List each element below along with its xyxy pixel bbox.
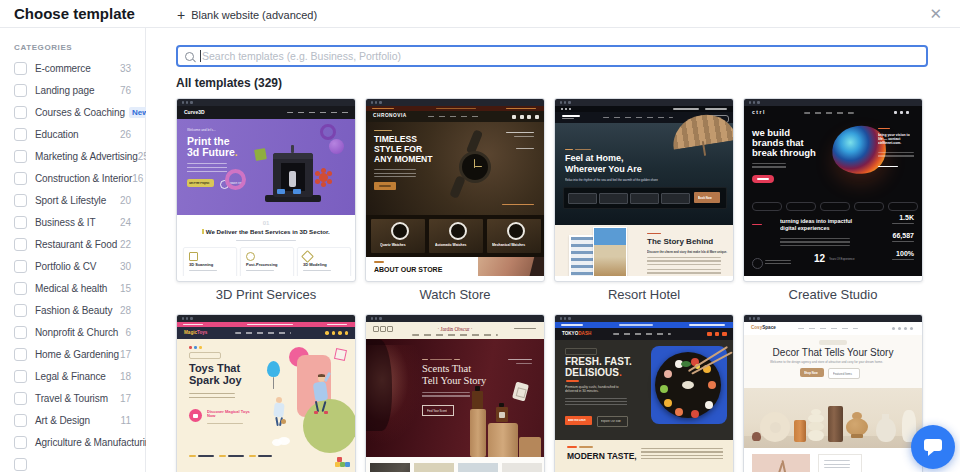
checkbox[interactable] [14,326,27,339]
mini-label-pill [565,348,597,355]
checkbox[interactable] [14,216,27,229]
category-card: Quartz Watches [371,219,425,253]
sidebar-item-business-it[interactable]: Business & IT24 [14,211,131,233]
template-card-watch-store[interactable]: CHRONOVIA TIMELESS STYLE FOR ANY MOMENT [365,98,545,302]
mini-photo [744,388,922,448]
teddy-shape [281,419,286,424]
template-preview: CHRONOVIA TIMELESS STYLE FOR ANY MOMENT [365,98,545,282]
social-icon [910,327,913,330]
template-card-toys[interactable]: MagicToys Toys That [176,314,356,472]
checkbox[interactable] [14,260,27,273]
checkbox[interactable] [14,194,27,207]
sidebar-item-landing-page[interactable]: Landing page76 [14,79,131,101]
social-icon [325,331,329,335]
template-grid: Curve3D Welcome and let's... Print the 3… [176,98,960,472]
watch-thumb [449,222,467,240]
checkbox[interactable] [14,128,27,141]
vase-shape [752,432,761,441]
mini-label-pill [819,340,847,345]
template-card-sushi[interactable]: TOKYODASH FRESH. FAST. DELISIOUS. Premiu… [554,314,734,472]
template-preview: CosySpace Decor That Tells Your Story We… [743,314,923,472]
browser-chrome [177,315,355,322]
printer-panel [293,189,301,194]
mini-cta-text: Discover Magical Toys Now [207,409,259,419]
checkbox[interactable] [14,172,27,185]
search-input[interactable]: Search templates (e.g. Business, Portfol… [176,45,928,67]
checkbox[interactable] [14,106,27,119]
browser-chrome [555,315,733,322]
mini-nav-lines [235,332,291,334]
watch-thumb [507,222,525,240]
mini-heading-2: DELISIOUS. [565,368,622,378]
mini-brand: MagicToys [184,331,207,336]
tag-pill [786,202,816,211]
template-card-perfume[interactable]: · Jardin Obscur · Scents That Tell Your … [365,314,545,472]
template-preview: Feel at Home, Wherever You Are Relax int… [554,98,734,282]
checkbox[interactable] [14,84,27,97]
section-title: MODERN TASTE, [567,452,637,461]
sidebar-item-fashion[interactable]: Fashion & Beauty28 [14,299,131,321]
social-icon [535,115,539,119]
balloon-shape [267,361,280,377]
template-card-decor[interactable]: CosySpace Decor That Tells Your Story We… [743,314,923,472]
social-icon [906,111,909,114]
social-icon [722,332,727,337]
sidebar-item-sport[interactable]: Sport & Lifestyle20 [14,189,131,211]
chat-bubble-icon [924,439,942,451]
checkbox[interactable] [14,150,27,163]
checkbox[interactable] [14,370,27,383]
mini-heading: Decor That Tells Your Story [744,347,922,358]
template-card-3d-print[interactable]: Curve3D Welcome and let's... Print the 3… [176,98,356,302]
sidebar-item-partial[interactable] [14,453,131,472]
checkbox[interactable] [14,282,27,295]
checkbox[interactable] [14,62,27,75]
template-row: MagicToys Toys That [176,314,923,472]
checkbox[interactable] [14,348,27,361]
checkbox[interactable] [14,436,27,449]
mini-contact-text: bring your vision to life — contact ctrl… [878,133,915,145]
mini-subtext: Premium quality sushi, handcrafted to de… [565,385,629,393]
checkbox[interactable] [14,458,27,471]
checkbox[interactable] [14,304,27,317]
feature-icon [301,250,314,263]
mini-nav-lines [287,112,349,114]
product-thumb [370,463,410,472]
template-gallery: Search templates (e.g. Business, Portfol… [146,28,960,472]
sidebar-item-construction[interactable]: Construction & Interior16 [14,167,131,189]
sidebar-item-medical[interactable]: Medical & health15 [14,277,131,299]
checkbox[interactable] [14,414,27,427]
checkbox[interactable] [14,238,27,251]
mini-site: MagicToys Toys That [177,322,355,472]
mini-products-row [366,457,544,472]
chat-button[interactable] [911,425,955,469]
sidebar-item-portfolio-cv[interactable]: Portfolio & CV30 [14,255,131,277]
feature-card: Post-Processing [240,247,294,276]
section-title: We Deliver the Best Services in 3D Secto… [177,228,355,235]
mini-subtext: Relax into the rhythm of the sea and fee… [565,178,658,181]
sidebar-item-home-gardening[interactable]: Home & Gardening17 [14,343,131,365]
sidebar-item-restaurant[interactable]: Restaurant & Food22 [14,233,131,255]
checkbox[interactable] [14,392,27,405]
sidebar-item-travel[interactable]: Travel & Tourism17 [14,387,131,409]
sidebar-item-education[interactable]: Education26 [14,123,131,145]
sidebar-item-courses-coaching[interactable]: Courses & CoachingNew16 [14,101,131,123]
blank-website-button[interactable]: + Blank website (advanced) [173,6,321,24]
sidebar-item-ecommerce[interactable]: E-commerce33 [14,57,131,79]
tag-pill [854,202,884,211]
template-card-creative-studio[interactable]: ctrl we build brands that break through … [743,98,923,302]
sidebar-item-nonprofit[interactable]: Nonprofit & Church6 [14,321,131,343]
template-card-resort-hotel[interactable]: Feel at Home, Wherever You Are Relax int… [554,98,734,302]
sidebar-item-legal-finance[interactable]: Legal & Finance18 [14,365,131,387]
sidebar-item-agriculture[interactable]: Agriculture & Manufacturing9 [14,431,131,453]
pedestal [470,409,486,457]
app-header: Choose template + Blank website (advance… [0,0,960,28]
close-icon[interactable]: ✕ [923,4,948,24]
categories-sidebar: CATEGORIES E-commerce33 Landing page76 C… [0,28,146,472]
mini-site: TOKYODASH FRESH. FAST. DELISIOUS. Premiu… [555,322,733,472]
mini-nav-lines [603,117,673,119]
sidebar-item-marketing[interactable]: Marketing & Advertising25 [14,145,131,167]
mini-cta-button: Shop Now [800,368,824,377]
mini-site: CHRONOVIA TIMELESS STYLE FOR ANY MOMENT [366,106,544,276]
sidebar-item-art-design[interactable]: Art & Design11 [14,409,131,431]
mini-section: 01 We Deliver the Best Services in 3D Se… [177,215,355,276]
